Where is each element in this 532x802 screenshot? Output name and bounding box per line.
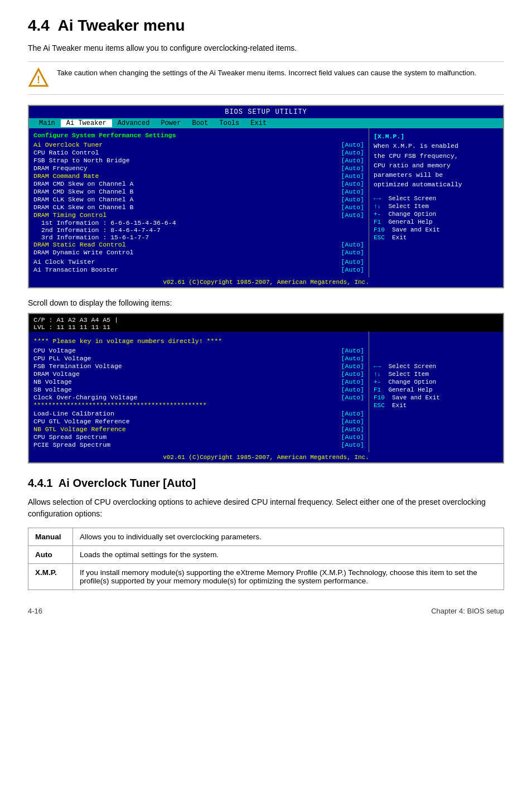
menu-exit[interactable]: Exit [245,119,272,127]
label-load-line: Load-Line Calibration [33,410,114,417]
value-ai-overclock: [Auto] [341,141,364,148]
caution-icon: ! [28,67,49,89]
value-dram-dynamic: [Auto] [341,249,364,256]
value-clock-over-charging: [Auto] [341,394,364,401]
menu-tools[interactable]: Tools [214,119,245,127]
bios-row-ai-overclock[interactable]: Ai Overclock Tuner [Auto] [33,141,364,148]
value-dram-voltage: [Auto] [341,370,364,378]
bios-body-2: **** Please key in voltage numbers direc… [29,332,503,452]
bios-body-1: Configure System Performance Settings Ai… [29,128,503,277]
value-dram-clk-skew-b: [Auto] [341,204,364,211]
label-nb-voltage: NB Voltage [33,378,72,385]
label-cpu-voltage: CPU Voltage [33,347,76,354]
value-cpu-pll: [Auto] [341,355,364,362]
value-nb-gtl: [Auto] [341,426,364,433]
subsection-intro: Allows selection of CPU overclocking opt… [28,496,504,520]
menu-power[interactable]: Power [155,119,186,127]
page-title: 4.4 Ai Tweaker menu [28,17,504,35]
label-dram-static: DRAM Static Read Control [33,241,126,248]
label-sb-voltage: SB voltage [33,386,72,393]
table-row-manual: Manual Allows you to individually set ov… [28,528,504,546]
value-cpu-gtl: [Auto] [341,418,364,425]
menu-boot[interactable]: Boot [186,119,214,127]
bios-row-dram-clk-skew-b[interactable]: DRAM CLK Skew on Channel B [Auto] [33,204,364,211]
bios-row-pcie-spread[interactable]: PCIE Spread Spectrum [Auto] [33,441,364,448]
bios-row-cpu-voltage[interactable]: CPU Voltage [Auto] [33,347,364,354]
value-dram-freq: [Auto] [341,165,364,172]
value-dram-timing: [Auto] [341,211,364,219]
legend-select-screen-1: Select Screen [388,195,436,202]
bios-info-2nd: 2nd Information : 8-4-6-4-7-4-7 [33,226,364,234]
bios-row-dram-clk-skew-a[interactable]: DRAM CLK Skew on Channel A [Auto] [33,196,364,203]
legend-select-item-2: Select Item [388,371,429,378]
bios-row-dram-cmd-rate[interactable]: DRAM Command Rate [Auto] [33,172,364,180]
value-dram-cmd-skew-b: [Auto] [341,188,364,195]
table-row-xmp: X.M.P. If you install memory module(s) s… [28,564,504,590]
bios-cp-line: C/P : A1 A2 A3 A4 A5 | [33,316,499,323]
desc-manual: Allows you to individually set overclock… [73,528,504,546]
bios-row-cpu-pll[interactable]: CPU PLL Voltage [Auto] [33,355,364,362]
bios-row-cpu-spread[interactable]: CPU Spread Spectrum [Auto] [33,433,364,441]
value-ai-clock: [Auto] [341,258,364,265]
bios-row-dram-freq[interactable]: DRAM Frequency [Auto] [33,165,364,172]
value-dram-cmd-skew-a: [Auto] [341,180,364,187]
desc-xmp: If you install memory module(s) supporti… [73,564,504,590]
label-dram-clk-skew-a: DRAM CLK Skew on Channel A [33,196,133,203]
option-manual: Manual [28,528,73,546]
bios-voltage-warning: **** Please key in voltage numbers direc… [33,337,364,345]
label-nb-gtl: NB GTL Voltage Reference [33,426,126,433]
label-dram-cmd-skew-b: DRAM CMD Skew on Channel B [33,188,133,195]
bios-row-dram-dynamic[interactable]: DRAM Dynamic Write Control [Auto] [33,249,364,256]
footer-right: Chapter 4: BIOS setup [431,607,504,615]
bios-row-cpu-ratio[interactable]: CPU Ratio Control [Auto] [33,149,364,156]
bios-row-cpu-gtl[interactable]: CPU GTL Voltage Reference [Auto] [33,418,364,425]
value-fsb-term: [Auto] [341,363,364,370]
bios-screen-2: C/P : A1 A2 A3 A4 A5 | LVL : 11 11 11 11… [28,313,504,463]
bios-header: BIOS SETUP UTILITY [29,106,503,118]
caution-box: ! Take caution when changing the setting… [28,61,504,95]
bios-xmp-line3: CPU ratio and memory [374,161,499,170]
bios-row-clock-over-charging[interactable]: Clock Over-Charging Voltage [Auto] [33,394,364,401]
bios-row-nb-gtl[interactable]: NB GTL Voltage Reference [Auto] [33,426,364,433]
caution-text: Take caution when changing the settings … [57,67,476,79]
options-table: Manual Allows you to individually set ov… [28,528,504,590]
option-auto: Auto [28,546,73,564]
bios-info-1st: 1st Information : 6-6-6-15-4-36-6-4 [33,219,364,226]
footer-left: 4-16 [28,607,42,615]
bios-row-dram-cmd-skew-a[interactable]: DRAM CMD Skew on Channel A [Auto] [33,180,364,187]
value-nb-voltage: [Auto] [341,378,364,385]
label-dram-dynamic: DRAM Dynamic Write Control [33,249,133,256]
bios-row-dram-static[interactable]: DRAM Static Read Control [Auto] [33,241,364,248]
legend-f10-1: Save and Exit [392,226,440,233]
legend-f1-1: General Help [388,219,432,225]
label-dram-voltage: DRAM Voltage [33,370,80,378]
intro-paragraph: The Ai Tweaker menu items allow you to c… [28,44,504,52]
bios-row-dram-cmd-skew-b[interactable]: DRAM CMD Skew on Channel B [Auto] [33,188,364,195]
bios-row-fsb-term[interactable]: FSB Termination Voltage [Auto] [33,363,364,370]
menu-advanced[interactable]: Advanced [112,119,156,127]
bios-row-dram-timing[interactable]: DRAM Timing Control [Auto] [33,211,364,219]
menu-main[interactable]: Main [33,119,61,127]
bios-row-nb-voltage[interactable]: NB Voltage [Auto] [33,378,364,385]
subsection-title: 4.4.1 Ai Overclock Tuner [Auto] [28,477,504,490]
svg-text:!: ! [37,74,40,85]
bios-row-sb-voltage[interactable]: SB voltage [Auto] [33,386,364,393]
bios-row-ai-clock[interactable]: Ai Clock Twister [Auto] [33,258,364,265]
bios-xmp-line1: When X.M.P. is enabled [374,141,499,151]
legend-change-option-2: Change Option [388,379,436,385]
bios-xmp-line5: optimized automatically [374,180,499,189]
label-cpu-gtl: CPU GTL Voltage Reference [33,418,130,425]
label-ai-overclock: Ai Overclock Tuner [33,141,103,148]
value-dram-static: [Auto] [341,241,364,248]
menu-ai-tweaker[interactable]: Ai Tweaker [61,119,112,127]
bios-footer-1: v02.61 (C)Copyright 1985-2007, American … [29,277,503,287]
bios-row-dram-voltage[interactable]: DRAM Voltage [Auto] [33,370,364,378]
bios-row-ai-transaction[interactable]: Ai Transaction Booster [Auto] [33,266,364,273]
desc-auto: Loads the optimal settings for the syste… [73,546,504,564]
page-footer: 4-16 Chapter 4: BIOS setup [28,607,504,615]
label-clock-over-charging: Clock Over-Charging Voltage [33,394,137,401]
bios-row-load-line[interactable]: Load-Line Calibration [Auto] [33,410,364,417]
value-load-line: [Auto] [341,410,364,417]
bios-row-fsb-strap[interactable]: FSB Strap to North Bridge [Auto] [33,157,364,164]
label-cpu-spread: CPU Spread Spectrum [33,433,107,441]
